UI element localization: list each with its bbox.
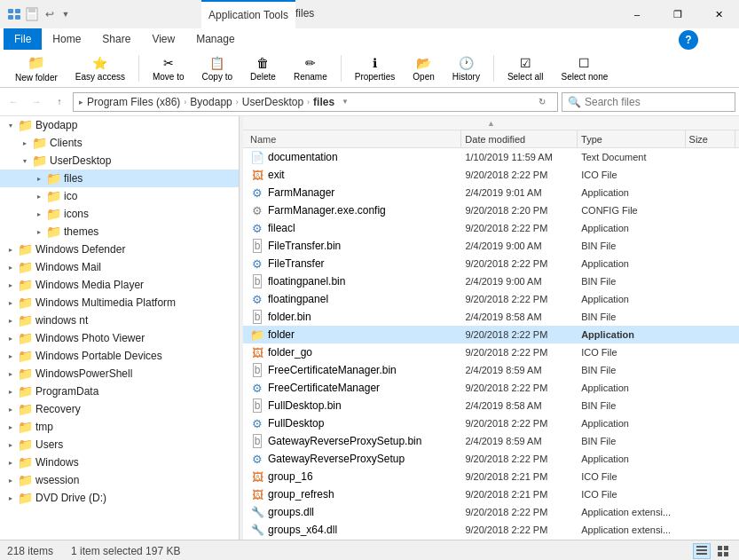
scroll-up-area[interactable]: ▲ (243, 116, 739, 130)
expand-icon-windows-nt[interactable]: ▸ (4, 313, 18, 327)
tab-share[interactable]: Share (91, 28, 141, 50)
sidebar-item-files[interactable]: ▸📁files (0, 170, 239, 187)
table-row[interactable]: 🖼folder_go9/20/2018 2:22 PMICO File (243, 343, 739, 361)
table-row[interactable]: bhidedrives.bin2/4/2019 9:00 AMBIN File (243, 539, 739, 540)
refresh-button[interactable]: ↻ (532, 92, 552, 112)
table-row[interactable]: 🔧groups.dll9/20/2018 2:22 PMApplication … (243, 503, 739, 521)
ribbon-easy-access-button[interactable]: ⭐ Easy access (67, 54, 133, 83)
path-dropdown[interactable]: ▼ (342, 98, 349, 106)
ribbon-copy-button[interactable]: 📋 Copy to (194, 54, 240, 83)
table-row[interactable]: ⚙FreeCertificateManager9/20/2018 2:22 PM… (243, 379, 739, 397)
table-row[interactable]: ⚙FullDesktop9/20/2018 2:22 PMApplication (243, 414, 739, 432)
tab-file[interactable]: File (4, 28, 42, 50)
dropdown-icon[interactable]: ▼ (59, 7, 73, 21)
table-row[interactable]: bFileTransfer.bin2/4/2019 9:00 AMBIN Fil… (243, 237, 739, 255)
col-header-type[interactable]: Type (578, 130, 685, 147)
sidebar-item-windows-media-player[interactable]: ▸📁Windows Media Player (0, 276, 239, 294)
ribbon-move-button[interactable]: ✂ Move to (145, 54, 193, 83)
ribbon-rename-button[interactable]: ✏ Rename (286, 54, 335, 83)
expand-icon-wsession[interactable]: ▸ (4, 473, 18, 487)
expand-icon-windows-photo-viewer[interactable]: ▸ (4, 331, 18, 345)
expand-icon-files[interactable]: ▸ (32, 171, 46, 185)
table-row[interactable]: ⚙FileTransfer9/20/2018 2:22 PMApplicatio… (243, 255, 739, 272)
expand-icon-themes[interactable]: ▸ (32, 225, 46, 239)
col-header-size[interactable]: Size (686, 130, 735, 147)
minimize-button[interactable]: – (617, 0, 657, 28)
table-row[interactable]: ⚙FarmManager.exe.config9/20/2018 2:20 PM… (243, 201, 739, 219)
help-button[interactable]: ? (679, 30, 698, 50)
restore-button[interactable]: ❐ (657, 0, 698, 28)
expand-icon-clients[interactable]: ▸ (18, 136, 32, 150)
path-segment-current[interactable]: files (313, 96, 334, 108)
sidebar-item-clients[interactable]: ▸📁Clients (0, 134, 239, 152)
ribbon-open-button[interactable]: 📂 Open (405, 54, 442, 83)
expand-icon-windows-portable-devices[interactable]: ▸ (4, 349, 18, 363)
ribbon-new-button[interactable]: 📁 New folder (7, 54, 66, 83)
expand-icon-userdesktop[interactable]: ▾ (18, 154, 32, 168)
address-path[interactable]: ▸ Program Files (x86) › Byodapp › UserDe… (73, 92, 558, 112)
sidebar-item-icons[interactable]: ▸📁icons (0, 205, 239, 223)
forward-button[interactable]: → (27, 92, 46, 112)
large-icons-view-button[interactable] (714, 543, 732, 559)
table-row[interactable]: bfloatingpanel.bin2/4/2019 9:00 AMBIN Fi… (243, 272, 739, 290)
sidebar-item-windowspowershell[interactable]: ▸📁WindowsPowerShell (0, 365, 239, 383)
sidebar-item-windows-portable-devices[interactable]: ▸📁Windows Portable Devices (0, 347, 239, 365)
expand-icon-ico[interactable]: ▸ (32, 189, 46, 203)
table-row[interactable]: 🖼group_refresh9/20/2018 2:21 PMICO File (243, 485, 739, 503)
table-row[interactable]: 🔧groups_x64.dll9/20/2018 2:22 PMApplicat… (243, 521, 739, 539)
sidebar-item-windows-nt[interactable]: ▸📁windows nt (0, 312, 239, 329)
details-view-button[interactable] (693, 543, 711, 559)
col-header-name[interactable]: Name (247, 130, 461, 147)
ribbon-properties-button[interactable]: ℹ Properties (347, 54, 404, 83)
ribbon-history-button[interactable]: 🕐 History (444, 54, 488, 83)
expand-icon-windows-defender[interactable]: ▸ (4, 242, 18, 256)
expand-icon-windowspowershell[interactable]: ▸ (4, 367, 18, 381)
sidebar-item-recovery[interactable]: ▸📁Recovery (0, 400, 239, 418)
path-segment-2[interactable]: UserDesktop (242, 96, 303, 108)
tab-view[interactable]: View (141, 28, 185, 50)
expand-icon-dvd-drive[interactable]: ▸ (4, 491, 18, 505)
expand-icon-icons[interactable]: ▸ (32, 207, 46, 221)
table-row[interactable]: 🖼exit9/20/2018 2:22 PMICO File (243, 166, 739, 184)
up-button[interactable]: ↑ (50, 92, 69, 112)
expand-icon-windows-mail[interactable]: ▸ (4, 260, 18, 274)
sidebar-item-wsession[interactable]: ▸📁wsession (0, 471, 239, 489)
sidebar-item-userdesktop[interactable]: ▾📁UserDesktop (0, 152, 239, 170)
quick-access-icon[interactable] (7, 7, 21, 21)
sidebar-item-windows-mail[interactable]: ▸📁Windows Mail (0, 258, 239, 276)
save-icon[interactable] (25, 7, 39, 21)
sidebar-item-windows[interactable]: ▸📁Windows (0, 454, 239, 471)
search-box[interactable]: 🔍 (562, 92, 735, 112)
ribbon-select-none-button[interactable]: ☐ Select none (553, 54, 616, 83)
table-row[interactable]: ⚙FarmManager2/4/2019 9:01 AMApplication (243, 184, 739, 201)
sidebar-item-themes[interactable]: ▸📁themes (0, 223, 239, 241)
table-row[interactable]: bFullDesktop.bin2/4/2019 8:58 AMBIN File (243, 397, 739, 414)
table-row[interactable]: ⚙GatewayReverseProxySetup9/20/2018 2:22 … (243, 450, 739, 468)
search-input[interactable] (585, 96, 729, 108)
tab-manage[interactable]: Manage (185, 28, 245, 50)
expand-icon-windows-multimedia-platform[interactable]: ▸ (4, 296, 18, 310)
col-header-date[interactable]: Date modified (461, 130, 578, 147)
table-row[interactable]: ⚙floatingpanel9/20/2018 2:22 PMApplicati… (243, 290, 739, 308)
expand-icon-windows[interactable]: ▸ (4, 455, 18, 469)
sidebar-item-users[interactable]: ▸📁Users (0, 436, 239, 454)
expand-icon-tmp[interactable]: ▸ (4, 420, 18, 434)
table-row[interactable]: ⚙fileacl9/20/2018 2:22 PMApplication (243, 219, 739, 237)
table-row[interactable]: bGatewayReverseProxySetup.bin2/4/2019 8:… (243, 432, 739, 450)
sidebar-item-ico[interactable]: ▸📁ico (0, 187, 239, 205)
table-row[interactable]: 📄documentation1/10/2019 11:59 AMText Doc… (243, 148, 739, 166)
expand-icon-byodapp[interactable]: ▾ (4, 118, 18, 132)
sidebar-item-dvd-drive[interactable]: ▸📁DVD Drive (D:) (0, 489, 239, 507)
sidebar-item-windows-photo-viewer[interactable]: ▸📁Windows Photo Viewer (0, 329, 239, 347)
expand-icon-users[interactable]: ▸ (4, 438, 18, 452)
path-segment-0[interactable]: Program Files (x86) (87, 96, 180, 108)
table-row[interactable]: 🖼group_169/20/2018 2:21 PMICO File (243, 468, 739, 485)
table-row[interactable]: 📁folder9/20/2018 2:22 PMApplication (243, 326, 739, 343)
sidebar-item-programdata[interactable]: ▸📁ProgramData (0, 383, 239, 400)
close-button[interactable]: ✕ (698, 0, 739, 28)
sidebar-item-byodapp[interactable]: ▾📁Byodapp (0, 116, 239, 134)
path-segment-1[interactable]: Byodapp (190, 96, 232, 108)
sidebar-item-tmp[interactable]: ▸📁tmp (0, 418, 239, 436)
sidebar-item-windows-multimedia-platform[interactable]: ▸📁Windows Multimedia Platform (0, 294, 239, 312)
sidebar-item-windows-defender[interactable]: ▸📁Windows Defender (0, 241, 239, 258)
